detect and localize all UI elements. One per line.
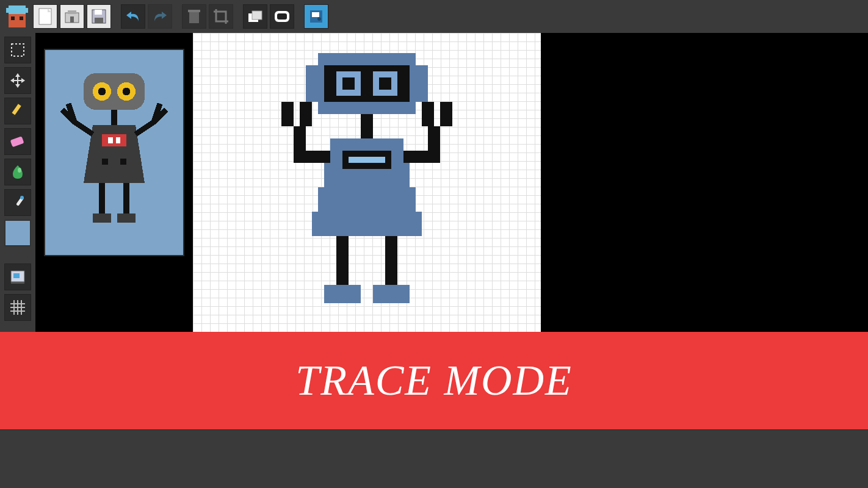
svg-rect-5 xyxy=(23,8,28,13)
svg-rect-70 xyxy=(385,236,397,285)
svg-rect-61 xyxy=(306,151,330,163)
new-file-button[interactable] xyxy=(33,4,57,29)
svg-point-26 xyxy=(18,168,21,173)
svg-point-34 xyxy=(98,88,106,96)
svg-point-28 xyxy=(20,196,24,199)
drawing-canvas[interactable] xyxy=(193,33,541,332)
svg-rect-13 xyxy=(189,12,199,23)
svg-rect-60 xyxy=(349,157,385,163)
svg-rect-8 xyxy=(68,10,76,14)
svg-rect-4 xyxy=(6,8,11,13)
svg-rect-41 xyxy=(102,159,108,165)
top-toolbar xyxy=(0,0,868,33)
svg-rect-30 xyxy=(11,282,24,284)
svg-rect-31 xyxy=(13,273,20,278)
svg-rect-9 xyxy=(70,16,74,23)
svg-point-36 xyxy=(123,88,131,96)
svg-rect-54 xyxy=(361,114,373,138)
svg-rect-38 xyxy=(102,134,126,146)
redo-button[interactable] xyxy=(148,4,172,29)
svg-rect-1 xyxy=(9,5,26,14)
svg-rect-65 xyxy=(403,151,428,163)
open-file-button[interactable] xyxy=(60,4,84,29)
select-tool[interactable] xyxy=(4,37,31,63)
svg-rect-58 xyxy=(312,212,422,236)
app-logo[interactable] xyxy=(4,3,31,30)
tool-sidebar xyxy=(0,33,35,332)
svg-rect-44 xyxy=(123,183,129,214)
workspace xyxy=(35,33,868,332)
svg-rect-20 xyxy=(312,12,319,17)
svg-rect-63 xyxy=(281,102,294,126)
mode-banner: TRACE MODE xyxy=(0,332,868,429)
svg-rect-66 xyxy=(428,126,440,163)
delete-button[interactable] xyxy=(182,4,206,29)
svg-rect-14 xyxy=(188,10,200,12)
undo-button[interactable] xyxy=(121,4,145,29)
svg-rect-57 xyxy=(318,187,416,212)
svg-marker-24 xyxy=(12,115,15,117)
trace-mode-button[interactable] xyxy=(304,4,328,29)
svg-rect-23 xyxy=(12,104,21,115)
svg-rect-42 xyxy=(120,159,126,165)
svg-rect-39 xyxy=(108,137,113,143)
svg-rect-18 xyxy=(277,13,287,20)
svg-point-21 xyxy=(317,17,321,21)
save-file-button[interactable] xyxy=(87,4,111,29)
trace-reference-panel[interactable] xyxy=(44,49,184,256)
bottom-panel xyxy=(0,429,868,488)
svg-rect-40 xyxy=(116,137,121,143)
eyedropper-tool[interactable] xyxy=(4,189,31,216)
svg-rect-62 xyxy=(294,126,306,163)
svg-rect-45 xyxy=(93,214,111,223)
svg-rect-72 xyxy=(373,285,410,303)
fill-tool[interactable] xyxy=(4,159,31,185)
crop-button[interactable] xyxy=(209,4,233,29)
svg-rect-12 xyxy=(95,18,103,23)
svg-rect-67 xyxy=(422,102,434,126)
svg-rect-68 xyxy=(440,102,452,126)
svg-rect-64 xyxy=(300,102,312,126)
color-swatch[interactable] xyxy=(4,220,31,246)
svg-rect-3 xyxy=(20,16,23,20)
move-tool[interactable] xyxy=(4,67,31,94)
pencil-tool[interactable] xyxy=(4,98,31,124)
svg-rect-51 xyxy=(342,77,355,90)
svg-rect-43 xyxy=(99,183,105,214)
main-area xyxy=(0,33,868,332)
svg-rect-25 xyxy=(10,136,24,147)
svg-rect-2 xyxy=(11,16,15,20)
svg-rect-46 xyxy=(117,214,136,223)
svg-rect-16 xyxy=(252,11,262,20)
svg-rect-53 xyxy=(379,77,391,90)
svg-rect-22 xyxy=(12,44,24,56)
svg-rect-69 xyxy=(336,236,349,285)
export-tool[interactable] xyxy=(4,264,31,290)
svg-rect-37 xyxy=(111,110,117,125)
svg-rect-71 xyxy=(324,285,361,303)
mode-banner-text: TRACE MODE xyxy=(295,356,573,405)
eraser-tool[interactable] xyxy=(4,128,31,155)
layers-button[interactable] xyxy=(243,4,267,29)
preview-button[interactable] xyxy=(270,4,294,29)
svg-rect-11 xyxy=(95,10,102,15)
grid-toggle[interactable] xyxy=(4,294,31,321)
